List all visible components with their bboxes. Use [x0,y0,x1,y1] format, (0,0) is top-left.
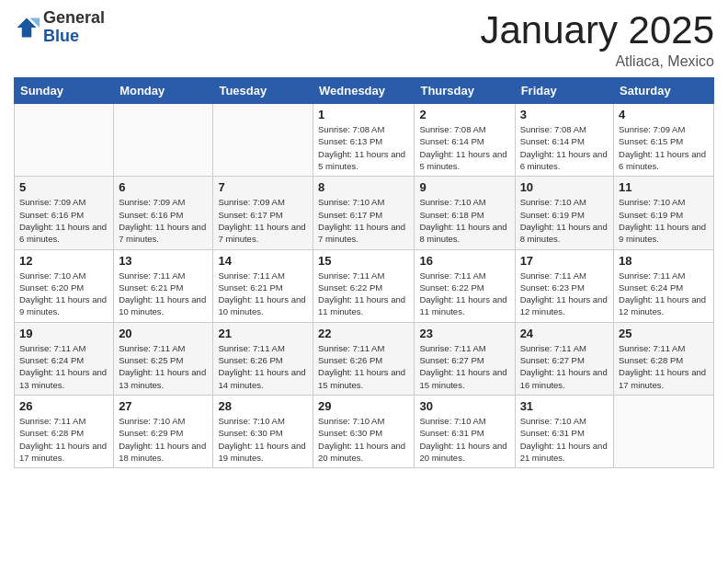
day-info: Sunrise: 7:10 AMSunset: 6:19 PMDaylight:… [520,196,609,245]
calendar-cell: 4Sunrise: 7:09 AMSunset: 6:15 PMDaylight… [614,104,714,177]
day-number: 10 [520,180,609,194]
day-number: 29 [318,399,409,413]
day-number: 27 [119,399,208,413]
day-info: Sunrise: 7:09 AMSunset: 6:16 PMDaylight:… [19,196,108,245]
day-info: Sunrise: 7:11 AMSunset: 6:25 PMDaylight:… [119,342,208,391]
day-info: Sunrise: 7:10 AMSunset: 6:31 PMDaylight:… [419,415,509,464]
week-row-3: 12Sunrise: 7:10 AMSunset: 6:20 PMDayligh… [15,249,714,322]
calendar-cell: 11Sunrise: 7:10 AMSunset: 6:19 PMDayligh… [614,177,714,249]
weekday-header-row: SundayMondayTuesdayWednesdayThursdayFrid… [15,78,714,104]
calendar-cell: 29Sunrise: 7:10 AMSunset: 6:30 PMDayligh… [313,395,415,467]
day-info: Sunrise: 7:11 AMSunset: 6:24 PMDaylight:… [19,342,108,391]
day-info: Sunrise: 7:10 AMSunset: 6:31 PMDaylight:… [520,415,609,464]
day-number: 30 [419,399,509,413]
calendar-cell: 28Sunrise: 7:10 AMSunset: 6:30 PMDayligh… [213,395,313,467]
day-number: 19 [19,327,108,340]
day-info: Sunrise: 7:11 AMSunset: 6:28 PMDaylight:… [19,415,108,464]
header: General Blue January 2025 Atliaca, Mexic… [14,9,714,70]
calendar-cell: 3Sunrise: 7:08 AMSunset: 6:14 PMDaylight… [515,104,613,177]
day-number: 1 [318,108,409,121]
day-info: Sunrise: 7:08 AMSunset: 6:13 PMDaylight:… [318,123,409,172]
day-number: 15 [318,254,409,268]
day-number: 13 [119,254,208,268]
day-number: 7 [218,180,308,194]
day-info: Sunrise: 7:11 AMSunset: 6:28 PMDaylight:… [619,342,709,391]
calendar-cell: 13Sunrise: 7:11 AMSunset: 6:21 PMDayligh… [114,249,213,322]
week-row-2: 5Sunrise: 7:09 AMSunset: 6:16 PMDaylight… [15,177,714,249]
weekday-header-friday: Friday [515,78,613,104]
calendar-cell: 12Sunrise: 7:10 AMSunset: 6:20 PMDayligh… [15,249,114,322]
day-info: Sunrise: 7:11 AMSunset: 6:26 PMDaylight:… [218,342,308,391]
day-number: 12 [19,254,108,268]
day-number: 2 [419,108,509,121]
day-number: 20 [119,327,208,340]
logo: General Blue [14,9,105,46]
day-info: Sunrise: 7:09 AMSunset: 6:16 PMDaylight:… [119,196,208,245]
day-number: 23 [419,327,509,340]
day-info: Sunrise: 7:08 AMSunset: 6:14 PMDaylight:… [520,123,609,172]
calendar-cell: 26Sunrise: 7:11 AMSunset: 6:28 PMDayligh… [15,395,114,467]
calendar-cell: 1Sunrise: 7:08 AMSunset: 6:13 PMDaylight… [313,104,415,177]
weekday-header-monday: Monday [114,78,213,104]
day-number: 22 [318,327,409,340]
calendar-cell: 24Sunrise: 7:11 AMSunset: 6:27 PMDayligh… [515,322,613,395]
day-number: 16 [419,254,509,268]
day-info: Sunrise: 7:11 AMSunset: 6:23 PMDaylight:… [520,270,609,318]
day-number: 6 [119,180,208,194]
day-info: Sunrise: 7:10 AMSunset: 6:30 PMDaylight:… [218,415,308,464]
week-row-1: 1Sunrise: 7:08 AMSunset: 6:13 PMDaylight… [15,104,714,177]
calendar-cell: 17Sunrise: 7:11 AMSunset: 6:23 PMDayligh… [515,249,613,322]
day-number: 21 [218,327,308,340]
calendar-cell: 14Sunrise: 7:11 AMSunset: 6:21 PMDayligh… [213,249,313,322]
weekday-header-thursday: Thursday [415,78,515,104]
day-info: Sunrise: 7:09 AMSunset: 6:15 PMDaylight:… [619,123,709,172]
day-info: Sunrise: 7:11 AMSunset: 6:21 PMDaylight:… [218,270,308,318]
day-number: 11 [619,180,709,194]
page: General Blue January 2025 Atliaca, Mexic… [0,0,728,477]
calendar-cell: 31Sunrise: 7:10 AMSunset: 6:31 PMDayligh… [515,395,613,467]
calendar-cell: 25Sunrise: 7:11 AMSunset: 6:28 PMDayligh… [614,322,714,395]
day-number: 3 [520,108,609,121]
calendar-cell [114,104,213,177]
title-block: January 2025 Atliaca, Mexico [480,9,714,70]
day-info: Sunrise: 7:11 AMSunset: 6:27 PMDaylight:… [520,342,609,391]
logo-general-text: General [43,9,105,28]
day-info: Sunrise: 7:11 AMSunset: 6:22 PMDaylight:… [318,270,409,318]
day-info: Sunrise: 7:09 AMSunset: 6:17 PMDaylight:… [218,196,308,245]
weekday-header-sunday: Sunday [15,78,114,104]
logo-text: General Blue [43,9,105,46]
week-row-5: 26Sunrise: 7:11 AMSunset: 6:28 PMDayligh… [15,395,714,467]
calendar-cell: 2Sunrise: 7:08 AMSunset: 6:14 PMDaylight… [415,104,515,177]
day-number: 18 [619,254,709,268]
calendar-cell: 15Sunrise: 7:11 AMSunset: 6:22 PMDayligh… [313,249,415,322]
day-number: 28 [218,399,308,413]
day-number: 24 [520,327,609,340]
calendar-cell: 21Sunrise: 7:11 AMSunset: 6:26 PMDayligh… [213,322,313,395]
day-info: Sunrise: 7:11 AMSunset: 6:26 PMDaylight:… [318,342,409,391]
day-number: 5 [19,180,108,194]
weekday-header-wednesday: Wednesday [313,78,415,104]
week-row-4: 19Sunrise: 7:11 AMSunset: 6:24 PMDayligh… [15,322,714,395]
day-info: Sunrise: 7:10 AMSunset: 6:18 PMDaylight:… [419,196,509,245]
calendar-cell: 16Sunrise: 7:11 AMSunset: 6:22 PMDayligh… [415,249,515,322]
day-number: 25 [619,327,709,340]
calendar-cell: 18Sunrise: 7:11 AMSunset: 6:24 PMDayligh… [614,249,714,322]
day-number: 17 [520,254,609,268]
day-info: Sunrise: 7:11 AMSunset: 6:27 PMDaylight:… [419,342,509,391]
calendar-cell [15,104,114,177]
day-info: Sunrise: 7:08 AMSunset: 6:14 PMDaylight:… [419,123,509,172]
calendar-cell: 5Sunrise: 7:09 AMSunset: 6:16 PMDaylight… [15,177,114,249]
day-info: Sunrise: 7:10 AMSunset: 6:30 PMDaylight:… [318,415,409,464]
calendar-cell: 23Sunrise: 7:11 AMSunset: 6:27 PMDayligh… [415,322,515,395]
day-info: Sunrise: 7:10 AMSunset: 6:29 PMDaylight:… [119,415,208,464]
location-title: Atliaca, Mexico [480,53,714,70]
month-title: January 2025 [480,9,714,52]
calendar-cell: 10Sunrise: 7:10 AMSunset: 6:19 PMDayligh… [515,177,613,249]
day-info: Sunrise: 7:10 AMSunset: 6:20 PMDaylight:… [19,270,108,318]
day-number: 8 [318,180,409,194]
logo-icon [14,15,40,40]
weekday-header-saturday: Saturday [614,78,714,104]
day-info: Sunrise: 7:11 AMSunset: 6:21 PMDaylight:… [119,270,208,318]
calendar-cell: 7Sunrise: 7:09 AMSunset: 6:17 PMDaylight… [213,177,313,249]
day-number: 9 [419,180,509,194]
